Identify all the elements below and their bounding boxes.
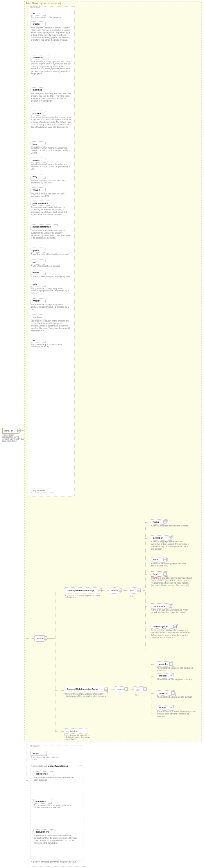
svg-text:any ##other: any ##other [33, 489, 45, 492]
ext-suffix: (extension) [47, 2, 61, 5]
svg-point-70 [115, 590, 115, 591]
svg-text:0..∞: 0..∞ [129, 595, 134, 597]
svg-text:attributes: attributes [30, 745, 41, 748]
root-element: inlineRef [2, 428, 20, 433]
svg-text:creator: creator [33, 23, 40, 25]
svg-text:definition: definition [153, 536, 163, 539]
attrs-header: attributes [30, 5, 41, 8]
idrefs-desc: A set of local identifiers of inline con… [31, 756, 66, 760]
svg-text:hierarchyInfo: hierarchyInfo [153, 625, 168, 628]
svg-text:broader: broader [159, 675, 167, 677]
svg-text:idrefs: idrefs [33, 752, 39, 755]
svg-text:xml:lang: xml:lang [33, 316, 42, 318]
svg-text:howuri: howuri [33, 159, 40, 162]
svg-text:ConceptDefinitionGroup: ConceptDefinitionGroup [67, 589, 94, 592]
svg-text:whyuri: whyuri [32, 189, 40, 191]
svg-text:remoteInfo: remoteInfo [153, 605, 165, 608]
svg-text:confidence: confidence [35, 773, 48, 775]
svg-point-69 [112, 590, 113, 591]
ext-point-desc: Extension point for provider-defined pro… [64, 734, 96, 740]
svg-text:how: how [33, 143, 37, 145]
svg-text:type: type [33, 283, 37, 286]
svg-text:id: id [33, 12, 35, 15]
svg-point-132 [118, 689, 119, 690]
svg-text:derivedfrom: derivedfrom [35, 831, 49, 833]
svg-text:typeuri: typeuri [33, 300, 40, 302]
svg-point-54 [40, 638, 41, 639]
svg-text:ConceptRelationshipsGroup: ConceptRelationshipsGroup [67, 688, 98, 690]
svg-text:name: name [153, 521, 159, 523]
def-sequence [109, 588, 122, 593]
svg-text:modified: modified [33, 89, 42, 91]
svg-text:literal: literal [33, 271, 39, 274]
attr-relevance: relevanceThe relevance of the metadata t… [33, 799, 77, 832]
rel-sequence [115, 686, 127, 692]
svg-text:0..∞: 0..∞ [136, 694, 139, 696]
svg-point-53 [37, 638, 38, 639]
svg-point-134 [123, 689, 123, 690]
svg-text:pubconstrainturi: pubconstrainturi [33, 225, 51, 228]
root-desc: The concept represented by the content i… [2, 434, 24, 447]
svg-text:qcode: qcode [33, 249, 39, 252]
svg-text:why: why [32, 175, 37, 178]
svg-text:narrower: narrower [159, 692, 169, 694]
child-facet: facetIn NAR 1.8 and later, facet is depr… [151, 572, 192, 606]
svg-text:creatoruri: creatoruri [33, 56, 43, 59]
svg-text:facet: facet [153, 573, 158, 576]
svg-point-71 [117, 590, 118, 591]
svg-text:note: note [153, 558, 158, 561]
svg-point-133 [120, 689, 121, 690]
svg-text:relevance: relevance [35, 800, 46, 803]
svg-text:related: related [159, 706, 166, 709]
svg-point-55 [42, 638, 43, 639]
def-group-desc: A group of properties required to define… [65, 594, 103, 598]
sequence-compositor [34, 636, 47, 641]
svg-text:dir: dir [33, 339, 35, 342]
svg-text:custom: custom [33, 112, 41, 115]
svg-text:any ##other: any ##other [66, 730, 79, 733]
svg-text:pubconstraint: pubconstraint [33, 202, 48, 205]
svg-text:sameAs: sameAs [159, 663, 168, 665]
root-label: inlineRef [4, 430, 13, 432]
svg-text:Flex1PropType (extension): Flex1PropType (extension) [26, 2, 61, 5]
ext-name: Flex1PropType [26, 2, 46, 5]
rel-group-desc: A group of properties required to indica… [65, 693, 109, 697]
attr-confidence: confidenceThe confidence with which the … [33, 771, 77, 801]
svg-text:uri: uri [33, 261, 35, 264]
attr-idrefs: idrefs [30, 751, 47, 756]
quant-desc: A group of attributes quantifying the pr… [31, 861, 80, 863]
svg-text:attributeGroup quantifyAttribu: attributeGroup quantifyAttributes [33, 765, 68, 767]
